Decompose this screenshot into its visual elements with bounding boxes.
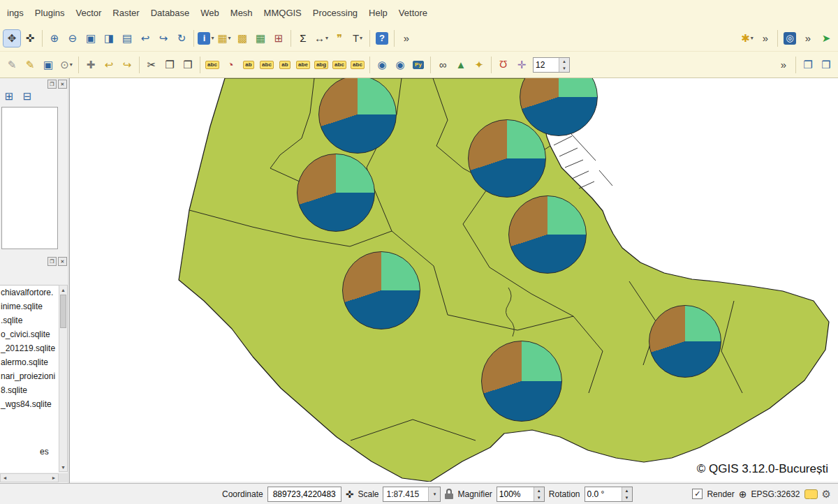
- label-abc-5-icon[interactable]: abe: [295, 57, 311, 73]
- quick-map-icon[interactable]: ✦: [471, 57, 487, 73]
- file-item[interactable]: o_civici.sqlite: [0, 327, 59, 341]
- file-item[interactable]: _wgs84.sqlite: [0, 397, 59, 411]
- current-edits-icon[interactable]: ✎: [3, 57, 20, 73]
- extents-toggle-icon[interactable]: ✜: [346, 489, 354, 499]
- scrollbar-thumb[interactable]: [60, 295, 66, 328]
- menu-ings[interactable]: ings: [1, 6, 29, 20]
- web-service-2-icon[interactable]: ◉: [392, 57, 409, 73]
- pie-diagram-4[interactable]: [297, 154, 375, 232]
- snapping-magnet-icon[interactable]: Ω: [495, 57, 512, 73]
- spin-down-icon[interactable]: ▼: [559, 65, 569, 72]
- zoom-next-icon[interactable]: ↪: [155, 30, 172, 47]
- scale-combo[interactable]: 1:87.415 ▾: [383, 487, 441, 502]
- toolbar-overflow-3-icon[interactable]: »: [800, 30, 816, 47]
- settings-gear-icon[interactable]: ⚙: [822, 489, 831, 499]
- menu-raster[interactable]: Raster: [107, 6, 145, 20]
- zoom-to-layer-icon[interactable]: ▤: [119, 30, 135, 47]
- file-item[interactable]: .sqlite: [0, 313, 59, 327]
- label-abc-2-icon[interactable]: ab: [240, 57, 257, 73]
- menu-vector[interactable]: Vector: [71, 6, 108, 20]
- file-item[interactable]: 8.sqlite: [0, 383, 59, 397]
- coordinate-input[interactable]: [267, 487, 341, 502]
- chevron-down-icon[interactable]: ▾: [211, 35, 214, 41]
- pan-map-icon[interactable]: ✥: [3, 30, 20, 47]
- messages-bubble-icon[interactable]: [804, 489, 818, 499]
- zoom-to-selection-icon[interactable]: ◨: [101, 30, 117, 47]
- chevron-down-icon[interactable]: ▾: [428, 487, 440, 501]
- digitize-icon[interactable]: ⊙▾: [58, 57, 75, 73]
- identify-features-icon[interactable]: i▾: [198, 30, 214, 47]
- metasearch-icon[interactable]: ◎: [781, 30, 798, 47]
- scroll-down-icon[interactable]: ▼: [59, 463, 67, 471]
- menu-help[interactable]: Help: [363, 6, 393, 20]
- rotation-input[interactable]: [585, 487, 622, 501]
- crs-indicator[interactable]: EPSG:32632: [751, 489, 800, 499]
- pan-to-selection-icon[interactable]: ✜: [22, 30, 38, 47]
- horizontal-scrollbar[interactable]: ◄ ►: [0, 473, 59, 482]
- toolbar-overflow-4-icon[interactable]: »: [775, 57, 792, 73]
- paste-style-icon[interactable]: ❒: [818, 57, 835, 73]
- zoom-last-icon[interactable]: ↩: [137, 30, 154, 47]
- file-item[interactable]: inime.sqlite: [0, 299, 59, 313]
- pie-diagram-1[interactable]: [318, 78, 397, 154]
- tracing-icon[interactable]: ✛: [513, 57, 530, 73]
- magnifier-spinbox[interactable]: ▲ ▼: [497, 487, 545, 502]
- layer-diagram-icon[interactable]: ◔: [222, 57, 239, 73]
- menu-mesh[interactable]: Mesh: [225, 6, 258, 20]
- toggle-editing-icon[interactable]: ✎: [22, 57, 38, 73]
- map-tips-icon[interactable]: ❞: [331, 30, 348, 47]
- map-canvas[interactable]: © QGIS 3.12.0-București: [70, 78, 838, 482]
- file-item[interactable]: es: [39, 446, 49, 457]
- scale-lock-icon[interactable]: [445, 489, 453, 499]
- scroll-up-icon[interactable]: ▲: [59, 286, 67, 294]
- chevron-down-icon[interactable]: ▾: [70, 61, 73, 68]
- open-attribute-table-icon[interactable]: ▦: [252, 30, 269, 47]
- redo-icon[interactable]: ↪: [119, 57, 135, 73]
- label-abc-4-icon[interactable]: ab: [277, 57, 293, 73]
- paste-features-icon[interactable]: ❒: [179, 57, 196, 73]
- spin-up-icon[interactable]: ▲: [534, 487, 544, 494]
- cut-features-icon[interactable]: ✂: [143, 57, 160, 73]
- pie-diagram-3[interactable]: [468, 119, 546, 198]
- pie-diagram-6[interactable]: [508, 195, 587, 274]
- pie-diagram-8[interactable]: [649, 305, 721, 378]
- osm-search-icon[interactable]: ∞: [434, 57, 451, 73]
- snapping-tolerance-spinbox[interactable]: ▲▼: [533, 57, 570, 73]
- refresh-map-icon[interactable]: ↻: [173, 30, 190, 47]
- menu-processing[interactable]: Processing: [307, 6, 363, 20]
- toolbar-overflow-2-icon[interactable]: »: [757, 30, 774, 47]
- spin-down-icon[interactable]: ▼: [622, 494, 632, 501]
- chevron-down-icon[interactable]: ▾: [360, 35, 362, 41]
- label-abc-3-icon[interactable]: abc: [258, 57, 275, 73]
- spin-steppers[interactable]: ▲▼: [559, 58, 569, 72]
- statistical-summary-icon[interactable]: Σ: [295, 30, 311, 47]
- panel2-close-icon[interactable]: ✕: [58, 257, 67, 266]
- python-console-icon[interactable]: Py: [410, 57, 427, 73]
- scroll-right-icon[interactable]: ►: [50, 475, 58, 480]
- text-annotation-icon[interactable]: T▾: [349, 30, 366, 47]
- measure-icon[interactable]: ↔▾: [313, 30, 330, 47]
- spin-down-icon[interactable]: ▼: [534, 494, 544, 501]
- label-abc-7-icon[interactable]: abc: [331, 57, 348, 73]
- vertex-tool-icon[interactable]: ✚: [82, 57, 99, 73]
- panel1-content[interactable]: [1, 107, 58, 249]
- menu-mmqgis[interactable]: MMQGIS: [258, 6, 307, 20]
- help-icon[interactable]: ?: [374, 30, 390, 47]
- file-item[interactable]: chiavalfortore.: [0, 286, 59, 299]
- spin-up-icon[interactable]: ▲: [622, 487, 632, 494]
- menu-plugins[interactable]: Plugins: [29, 6, 71, 20]
- rotation-spinbox[interactable]: ▲ ▼: [585, 487, 633, 502]
- menu-vettore[interactable]: Vettore: [393, 6, 433, 20]
- copy-features-icon[interactable]: ❐: [161, 57, 178, 73]
- pie-diagram-7[interactable]: [481, 341, 562, 422]
- zoom-out-icon[interactable]: ⊖: [64, 30, 81, 47]
- panel1-float-icon[interactable]: ❐: [47, 80, 57, 89]
- label-abc-6-icon[interactable]: abg: [313, 57, 330, 73]
- magnifier-input[interactable]: [497, 487, 534, 501]
- field-calculator-icon[interactable]: ⊞: [270, 30, 287, 47]
- select-features-icon[interactable]: ▦▾: [216, 30, 233, 47]
- zoom-full-icon[interactable]: ▣: [82, 30, 99, 47]
- snapping-value-input[interactable]: [534, 60, 559, 70]
- file-item[interactable]: alermo.sqlite: [0, 355, 59, 369]
- plugin-tool-icon[interactable]: ✱▾: [739, 30, 756, 47]
